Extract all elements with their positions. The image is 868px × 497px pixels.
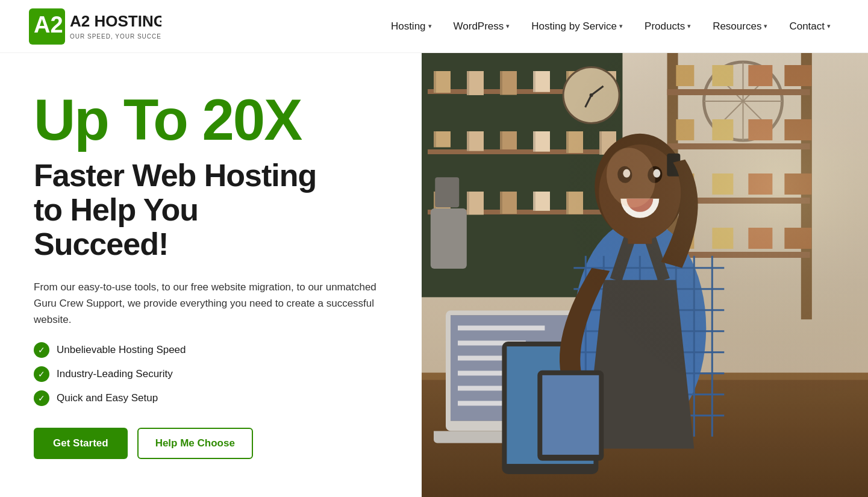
chevron-down-icon: ▾ (428, 22, 432, 30)
chevron-down-icon: ▾ (827, 22, 831, 30)
nav-hosting-by-service[interactable]: Hosting by Service ▾ (523, 16, 631, 37)
feature-item-security: ✓ Industry-Leading Security (34, 366, 393, 382)
site-header: A2 A2 HOSTING OUR SPEED, YOUR SUCCESS ® … (0, 0, 868, 53)
nav-hosting[interactable]: Hosting ▾ (382, 16, 440, 37)
nav-wordpress[interactable]: WordPress ▾ (445, 16, 519, 37)
hero-content: Up To 20X Faster Web Hostingto Help YouS… (0, 53, 422, 497)
nav-resources[interactable]: Resources ▾ (704, 16, 776, 37)
check-icon: ✓ (34, 366, 49, 382)
check-icon: ✓ (34, 390, 49, 406)
hero-headline-top: Up To 20X (34, 91, 393, 149)
hero-section: Up To 20X Faster Web Hostingto Help YouS… (0, 53, 868, 497)
nav-contact-label: Contact (789, 20, 825, 33)
feature-item-setup: ✓ Quick and Easy Setup (34, 390, 393, 406)
nav-hosting-label: Hosting (391, 20, 426, 33)
svg-text:OUR SPEED, YOUR SUCCESS: OUR SPEED, YOUR SUCCESS (70, 33, 161, 40)
chevron-down-icon: ▾ (619, 22, 623, 30)
nav-contact[interactable]: Contact ▾ (781, 16, 839, 37)
feature-label-speed: Unbelievable Hosting Speed (57, 344, 186, 356)
main-nav: Hosting ▾ WordPress ▾ Hosting by Service… (382, 16, 839, 37)
hero-image (422, 53, 868, 497)
check-icon: ✓ (34, 342, 49, 358)
svg-text:A2: A2 (34, 12, 63, 37)
nav-products-label: Products (645, 20, 685, 33)
hero-headline-bottom: Faster Web Hostingto Help YouSucceed! (34, 158, 393, 262)
logo[interactable]: A2 A2 HOSTING OUR SPEED, YOUR SUCCESS ® (29, 7, 161, 46)
nav-products[interactable]: Products ▾ (636, 16, 699, 37)
feature-label-setup: Quick and Easy Setup (57, 392, 158, 404)
feature-item-speed: ✓ Unbelievable Hosting Speed (34, 342, 393, 358)
hero-description: From our easy-to-use tools, to our free … (34, 279, 393, 328)
feature-list: ✓ Unbelievable Hosting Speed ✓ Industry-… (34, 342, 393, 406)
svg-text:®: ® (145, 16, 149, 22)
nav-resources-label: Resources (713, 20, 761, 33)
help-me-choose-button[interactable]: Help Me Choose (137, 428, 253, 459)
get-started-button[interactable]: Get Started (34, 428, 128, 459)
nav-wordpress-label: WordPress (454, 20, 504, 33)
hero-canvas (422, 53, 868, 497)
chevron-down-icon: ▾ (764, 22, 767, 30)
nav-hosting-by-service-label: Hosting by Service (531, 20, 617, 33)
cta-buttons: Get Started Help Me Choose (34, 428, 393, 459)
chevron-down-icon: ▾ (506, 22, 510, 30)
feature-label-security: Industry-Leading Security (57, 368, 173, 380)
chevron-down-icon: ▾ (687, 22, 691, 30)
